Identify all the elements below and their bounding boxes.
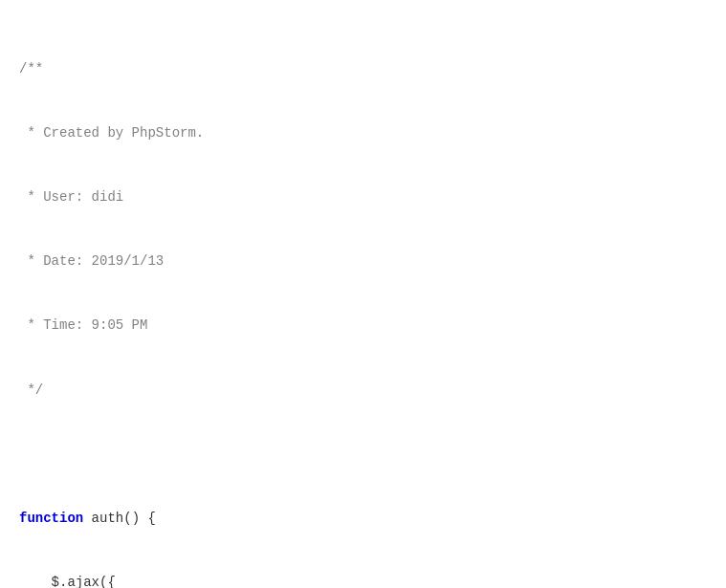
blank-line-1: [19, 444, 707, 465]
code-line-function: function auth() {: [19, 508, 707, 529]
comment-line-6: */: [19, 380, 707, 401]
comment-line-2: * Created by PhpStorm.: [19, 122, 707, 143]
comment-line-3: * User: didi: [19, 186, 707, 207]
code-container: /** * Created by PhpStorm. * User: didi …: [0, 0, 726, 588]
code-line-ajax: $.ajax({: [19, 572, 707, 588]
comment-line-4: * Date: 2019/1/13: [19, 250, 707, 272]
code-block: /** * Created by PhpStorm. * User: didi …: [19, 15, 707, 588]
comment-line-5: * Time: 9:05 PM: [19, 315, 707, 336]
comment-line-1: /**: [19, 58, 707, 79]
